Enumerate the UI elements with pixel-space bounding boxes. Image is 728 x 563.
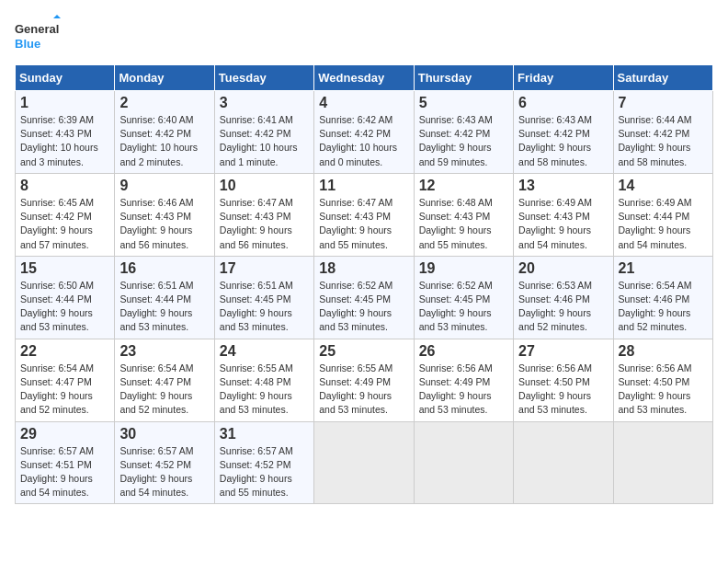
day-detail: Sunrise: 6:54 AMSunset: 4:46 PMDaylight:… bbox=[619, 280, 692, 333]
col-header-tuesday: Tuesday bbox=[214, 65, 313, 91]
day-number: 25 bbox=[319, 343, 408, 360]
day-detail: Sunrise: 6:56 AMSunset: 4:49 PMDaylight:… bbox=[419, 362, 493, 416]
calendar-cell: 27 Sunrise: 6:56 AMSunset: 4:50 PMDaylig… bbox=[514, 339, 613, 421]
day-number: 30 bbox=[119, 426, 209, 442]
calendar-cell: 2 Sunrise: 6:40 AMSunset: 4:42 PMDayligh… bbox=[115, 91, 214, 174]
day-detail: Sunrise: 6:54 AMSunset: 4:47 PMDaylight:… bbox=[119, 362, 193, 416]
day-detail: Sunrise: 6:50 AMSunset: 4:44 PMDaylight:… bbox=[20, 280, 94, 333]
calendar-cell: 3 Sunrise: 6:41 AMSunset: 4:42 PMDayligh… bbox=[214, 91, 313, 174]
day-number: 14 bbox=[619, 178, 708, 194]
calendar-cell: 17 Sunrise: 6:51 AMSunset: 4:45 PMDaylig… bbox=[214, 256, 313, 339]
col-header-wednesday: Wednesday bbox=[314, 65, 414, 91]
day-detail: Sunrise: 6:40 AMSunset: 4:42 PMDaylight:… bbox=[119, 114, 198, 167]
calendar-week-3: 15 Sunrise: 6:50 AMSunset: 4:44 PMDaylig… bbox=[16, 256, 713, 339]
col-header-saturday: Saturday bbox=[613, 65, 712, 91]
day-detail: Sunrise: 6:44 AMSunset: 4:42 PMDaylight:… bbox=[619, 114, 692, 167]
day-detail: Sunrise: 6:47 AMSunset: 4:43 PMDaylight:… bbox=[220, 197, 293, 250]
day-number: 20 bbox=[518, 260, 608, 277]
logo: General Blue bbox=[15, 15, 61, 55]
day-number: 15 bbox=[20, 260, 109, 277]
calendar-cell: 6 Sunrise: 6:43 AMSunset: 4:42 PMDayligh… bbox=[514, 91, 613, 174]
calendar-cell: 25 Sunrise: 6:55 AMSunset: 4:49 PMDaylig… bbox=[314, 339, 414, 421]
day-detail: Sunrise: 6:47 AMSunset: 4:43 PMDaylight:… bbox=[319, 197, 392, 250]
day-number: 31 bbox=[220, 426, 309, 442]
day-number: 21 bbox=[619, 260, 708, 277]
calendar-cell: 15 Sunrise: 6:50 AMSunset: 4:44 PMDaylig… bbox=[16, 256, 115, 339]
day-detail: Sunrise: 6:56 AMSunset: 4:50 PMDaylight:… bbox=[619, 362, 692, 416]
day-number: 24 bbox=[220, 343, 309, 360]
calendar-cell: 19 Sunrise: 6:52 AMSunset: 4:45 PMDaylig… bbox=[414, 256, 513, 339]
day-number: 23 bbox=[119, 343, 209, 360]
calendar-cell: 10 Sunrise: 6:47 AMSunset: 4:43 PMDaylig… bbox=[214, 173, 313, 256]
col-header-thursday: Thursday bbox=[414, 65, 513, 91]
day-detail: Sunrise: 6:49 AMSunset: 4:44 PMDaylight:… bbox=[619, 197, 692, 250]
day-detail: Sunrise: 6:51 AMSunset: 4:44 PMDaylight:… bbox=[119, 280, 193, 333]
day-number: 29 bbox=[20, 426, 109, 442]
day-detail: Sunrise: 6:51 AMSunset: 4:45 PMDaylight:… bbox=[220, 280, 293, 333]
day-number: 10 bbox=[220, 178, 309, 194]
day-detail: Sunrise: 6:43 AMSunset: 4:42 PMDaylight:… bbox=[419, 114, 493, 167]
day-detail: Sunrise: 6:52 AMSunset: 4:45 PMDaylight:… bbox=[419, 280, 493, 333]
col-header-friday: Friday bbox=[514, 65, 613, 91]
calendar-cell: 31 Sunrise: 6:57 AMSunset: 4:52 PMDaylig… bbox=[214, 421, 313, 504]
day-detail: Sunrise: 6:39 AMSunset: 4:43 PMDaylight:… bbox=[20, 114, 98, 167]
day-detail: Sunrise: 6:57 AMSunset: 4:51 PMDaylight:… bbox=[20, 445, 94, 499]
day-detail: Sunrise: 6:56 AMSunset: 4:50 PMDaylight:… bbox=[518, 362, 592, 416]
day-detail: Sunrise: 6:46 AMSunset: 4:43 PMDaylight:… bbox=[119, 197, 193, 250]
day-number: 6 bbox=[518, 95, 608, 111]
day-number: 16 bbox=[119, 260, 209, 277]
day-number: 9 bbox=[119, 178, 209, 194]
calendar-cell bbox=[613, 421, 712, 504]
calendar-cell: 24 Sunrise: 6:55 AMSunset: 4:48 PMDaylig… bbox=[214, 339, 313, 421]
calendar-cell: 23 Sunrise: 6:54 AMSunset: 4:47 PMDaylig… bbox=[115, 339, 214, 421]
calendar-cell: 8 Sunrise: 6:45 AMSunset: 4:42 PMDayligh… bbox=[16, 173, 115, 256]
day-number: 13 bbox=[518, 178, 608, 194]
day-detail: Sunrise: 6:48 AMSunset: 4:43 PMDaylight:… bbox=[419, 197, 493, 250]
day-detail: Sunrise: 6:57 AMSunset: 4:52 PMDaylight:… bbox=[119, 445, 193, 499]
col-header-monday: Monday bbox=[115, 65, 214, 91]
day-number: 4 bbox=[319, 95, 408, 111]
page-header: General Blue bbox=[15, 15, 713, 55]
day-detail: Sunrise: 6:45 AMSunset: 4:42 PMDaylight:… bbox=[20, 197, 94, 250]
svg-text:General: General bbox=[15, 22, 59, 36]
day-detail: Sunrise: 6:57 AMSunset: 4:52 PMDaylight:… bbox=[220, 445, 293, 499]
day-number: 11 bbox=[319, 178, 408, 194]
calendar-week-4: 22 Sunrise: 6:54 AMSunset: 4:47 PMDaylig… bbox=[16, 339, 713, 421]
calendar-table: SundayMondayTuesdayWednesdayThursdayFrid… bbox=[15, 64, 713, 504]
day-number: 3 bbox=[220, 95, 309, 111]
calendar-cell bbox=[414, 421, 513, 504]
calendar-cell: 13 Sunrise: 6:49 AMSunset: 4:43 PMDaylig… bbox=[514, 173, 613, 256]
calendar-cell: 30 Sunrise: 6:57 AMSunset: 4:52 PMDaylig… bbox=[115, 421, 214, 504]
calendar-week-2: 8 Sunrise: 6:45 AMSunset: 4:42 PMDayligh… bbox=[16, 173, 713, 256]
col-header-sunday: Sunday bbox=[16, 65, 115, 91]
calendar-week-1: 1 Sunrise: 6:39 AMSunset: 4:43 PMDayligh… bbox=[16, 91, 713, 174]
calendar-cell: 18 Sunrise: 6:52 AMSunset: 4:45 PMDaylig… bbox=[314, 256, 414, 339]
calendar-cell: 29 Sunrise: 6:57 AMSunset: 4:51 PMDaylig… bbox=[16, 421, 115, 504]
day-detail: Sunrise: 6:54 AMSunset: 4:47 PMDaylight:… bbox=[20, 362, 94, 416]
calendar-cell bbox=[314, 421, 414, 504]
calendar-cell: 28 Sunrise: 6:56 AMSunset: 4:50 PMDaylig… bbox=[613, 339, 712, 421]
day-detail: Sunrise: 6:52 AMSunset: 4:45 PMDaylight:… bbox=[319, 280, 392, 333]
day-number: 5 bbox=[419, 95, 508, 111]
day-detail: Sunrise: 6:43 AMSunset: 4:42 PMDaylight:… bbox=[518, 114, 592, 167]
day-number: 19 bbox=[419, 260, 508, 277]
calendar-cell: 7 Sunrise: 6:44 AMSunset: 4:42 PMDayligh… bbox=[613, 91, 712, 174]
svg-marker-2 bbox=[53, 15, 61, 18]
day-number: 12 bbox=[419, 178, 508, 194]
day-detail: Sunrise: 6:41 AMSunset: 4:42 PMDaylight:… bbox=[220, 114, 298, 167]
day-detail: Sunrise: 6:53 AMSunset: 4:46 PMDaylight:… bbox=[518, 280, 592, 333]
day-number: 26 bbox=[419, 343, 508, 360]
calendar-cell: 9 Sunrise: 6:46 AMSunset: 4:43 PMDayligh… bbox=[115, 173, 214, 256]
calendar-cell: 20 Sunrise: 6:53 AMSunset: 4:46 PMDaylig… bbox=[514, 256, 613, 339]
day-number: 2 bbox=[119, 95, 209, 111]
day-detail: Sunrise: 6:55 AMSunset: 4:48 PMDaylight:… bbox=[220, 362, 293, 416]
day-detail: Sunrise: 6:42 AMSunset: 4:42 PMDaylight:… bbox=[319, 114, 397, 167]
calendar-cell: 12 Sunrise: 6:48 AMSunset: 4:43 PMDaylig… bbox=[414, 173, 513, 256]
day-number: 18 bbox=[319, 260, 408, 277]
calendar-week-5: 29 Sunrise: 6:57 AMSunset: 4:51 PMDaylig… bbox=[16, 421, 713, 504]
day-number: 27 bbox=[518, 343, 608, 360]
calendar-cell: 1 Sunrise: 6:39 AMSunset: 4:43 PMDayligh… bbox=[16, 91, 115, 174]
calendar-cell: 11 Sunrise: 6:47 AMSunset: 4:43 PMDaylig… bbox=[314, 173, 414, 256]
day-number: 28 bbox=[619, 343, 708, 360]
calendar-cell: 4 Sunrise: 6:42 AMSunset: 4:42 PMDayligh… bbox=[314, 91, 414, 174]
